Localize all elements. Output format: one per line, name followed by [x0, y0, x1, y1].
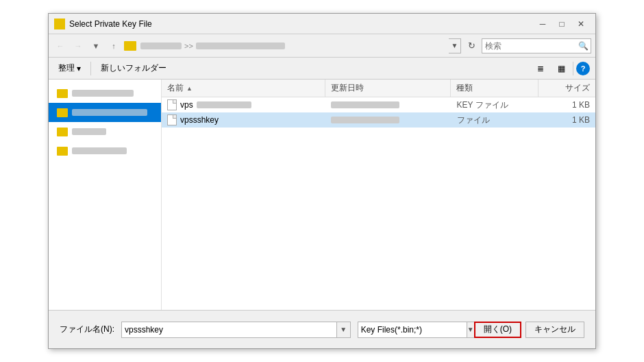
sidebar-item-2[interactable] [49, 103, 161, 122]
dialog-title: Select Private Key File [69, 19, 534, 29]
dropdown-button[interactable]: ▼ [88, 38, 103, 53]
sidebar-folder-icon-4 [57, 147, 68, 156]
file-name-2: vpssshkey [162, 112, 325, 128]
file-list: vps KEY ファイル 1 KB vpssshkey [162, 97, 595, 310]
file-type-1: KEY ファイル [451, 97, 539, 112]
file-name-text-1: vps [180, 100, 193, 110]
up-button[interactable]: ↑ [106, 38, 121, 53]
title-bar-buttons: ─ □ ✕ [534, 17, 590, 31]
sidebar-item-label-1 [72, 90, 134, 97]
sidebar-folder-icon-2 [57, 108, 68, 117]
file-size-1: 1 KB [538, 97, 595, 112]
sidebar-item-label-3 [72, 128, 106, 135]
path-folder-icon [124, 41, 136, 51]
organize-chevron: ▾ [77, 64, 81, 73]
filetype-input[interactable] [358, 322, 467, 338]
sidebar-item-label-4 [72, 147, 127, 154]
col-date-label: 更新日時 [331, 82, 364, 94]
file-type-2: ファイル [451, 112, 539, 128]
col-type-label: 種類 [456, 82, 473, 94]
file-size-2: 1 KB [538, 112, 595, 128]
organize-label: 整理 [58, 62, 75, 74]
file-icon-2 [167, 114, 177, 125]
file-name-blur-1 [197, 101, 251, 108]
title-bar: Select Private Key File ─ □ ✕ [49, 14, 595, 34]
toolbar-right: ≣ ▦ ? [532, 60, 590, 77]
main-area: 名前 ▲ 更新日時 種類 サイズ vps [49, 80, 595, 310]
search-input[interactable] [482, 38, 591, 53]
open-button[interactable]: 開く(O) [474, 322, 521, 338]
filetype-wrap: ▼ [358, 322, 467, 338]
file-date-blur-1 [331, 101, 399, 108]
refresh-button[interactable]: ↻ [464, 38, 479, 53]
path-segment-1 [140, 43, 182, 49]
search-icon: 🔍 [578, 41, 589, 51]
sort-arrow-icon: ▲ [186, 85, 193, 92]
file-name-1: vps [162, 97, 325, 112]
forward-button[interactable]: → [71, 38, 86, 53]
sidebar [49, 80, 162, 310]
toolbar: 整理 ▾ 新しいフォルダー ≣ ▦ ? [49, 58, 595, 80]
file-dialog: Select Private Key File ─ □ ✕ ← → ▼ ↑ >>… [48, 13, 596, 349]
col-header-type[interactable]: 種類 [451, 80, 538, 97]
new-folder-label: 新しいフォルダー [101, 62, 166, 74]
organize-button[interactable]: 整理 ▾ [54, 60, 85, 77]
bottom-bar: ファイル名(N): ▼ ▼ 開く(O) キャンセル [49, 310, 595, 348]
sidebar-item-1[interactable] [49, 84, 161, 103]
help-button[interactable]: ? [576, 62, 590, 75]
file-name-text-2: vpssshkey [180, 115, 219, 125]
col-header-name[interactable]: 名前 ▲ [162, 80, 325, 97]
pane-button[interactable]: ▦ [552, 60, 570, 77]
col-size-label: サイズ [565, 82, 590, 94]
file-row-1[interactable]: vps KEY ファイル 1 KB [162, 97, 595, 112]
filename-input[interactable] [121, 322, 337, 338]
action-buttons: 開く(O) キャンセル [474, 322, 584, 338]
sidebar-folder-icon-1 [57, 89, 68, 98]
search-wrap: 🔍 [482, 38, 591, 53]
sidebar-item-label-2 [72, 109, 147, 116]
filename-input-wrap: ▼ [121, 322, 351, 338]
toolbar-separator-2 [573, 62, 573, 75]
sidebar-item-3[interactable] [49, 122, 161, 141]
col-name-label: 名前 [167, 82, 184, 94]
back-button[interactable]: ← [53, 38, 68, 53]
sidebar-folder-icon-3 [57, 128, 68, 136]
file-date-2 [325, 112, 451, 128]
file-row-2[interactable]: vpssshkey ファイル 1 KB [162, 112, 595, 128]
close-button[interactable]: ✕ [572, 17, 590, 31]
file-list-area: 名前 ▲ 更新日時 種類 サイズ vps [162, 80, 595, 310]
address-bar: ← → ▼ ↑ >> ▼ ↻ 🔍 [49, 34, 595, 58]
address-chevron[interactable]: ▼ [449, 38, 461, 53]
sidebar-item-4[interactable] [49, 141, 161, 160]
view-button[interactable]: ≣ [532, 60, 549, 77]
path-segment-2 [196, 43, 285, 49]
file-list-header: 名前 ▲ 更新日時 種類 サイズ [162, 80, 595, 97]
toolbar-separator [90, 62, 91, 75]
col-header-size[interactable]: サイズ [538, 80, 595, 97]
filename-chevron[interactable]: ▼ [337, 322, 351, 338]
file-icon-1 [167, 99, 177, 110]
col-header-date[interactable]: 更新日時 [325, 80, 451, 97]
dialog-icon [54, 19, 65, 29]
minimize-button[interactable]: ─ [534, 17, 552, 31]
cancel-button[interactable]: キャンセル [525, 322, 584, 338]
new-folder-button[interactable]: 新しいフォルダー [97, 60, 171, 77]
maximize-button[interactable]: □ [553, 17, 571, 31]
file-date-1 [325, 97, 451, 112]
file-date-blur-2 [331, 117, 399, 123]
filename-label: ファイル名(N): [60, 324, 114, 335]
path-separator: >> [184, 42, 193, 50]
